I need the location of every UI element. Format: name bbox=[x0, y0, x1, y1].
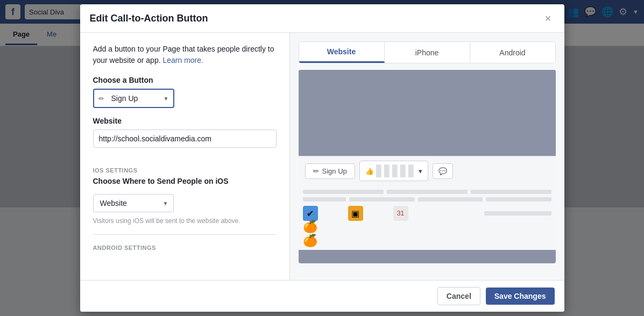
cancel-button[interactable]: Cancel bbox=[437, 287, 480, 305]
preview-fruit-icon: 🍊🍊 bbox=[303, 225, 320, 242]
preview-like-button: 👍 ▋▋▋▋▋ ▾ bbox=[359, 161, 428, 181]
modal-right-panel: Website iPhone Android ✏ Sign Up bbox=[290, 33, 564, 280]
preview-tabs: Website iPhone Android bbox=[299, 41, 556, 63]
button-type-select[interactable]: Sign Up Book Now Contact Us Use App Watc… bbox=[93, 89, 174, 108]
learn-more-link[interactable]: Learn more. bbox=[162, 56, 203, 64]
tab-android[interactable]: Android bbox=[470, 42, 555, 63]
preview-icon-orange: ▣ bbox=[348, 206, 363, 221]
website-section-label: Website bbox=[93, 117, 277, 125]
pencil-icon: ✏ bbox=[98, 95, 104, 103]
preview-icon-calendar: 31 bbox=[393, 206, 408, 221]
edit-cta-modal: Edit Call-to-Action Button × Add a butto… bbox=[80, 4, 564, 312]
android-settings-label: ANDROID SETTINGS bbox=[93, 245, 277, 251]
modal-description: Add a button to your Page that takes peo… bbox=[93, 44, 277, 66]
preview-page-content: ✔ ▣ 31 🍊🍊 bbox=[299, 185, 556, 250]
modal-overlay: Edit Call-to-Action Button × Add a butto… bbox=[0, 0, 644, 316]
modal-header: Edit Call-to-Action Button × bbox=[80, 4, 564, 33]
modal-footer: Cancel Save Changes bbox=[80, 280, 564, 312]
ios-destination-select[interactable]: Website App bbox=[93, 194, 174, 212]
website-input[interactable] bbox=[93, 130, 277, 148]
preview-icon-blue: ✔ bbox=[303, 206, 318, 221]
modal-title: Edit Call-to-Action Button bbox=[90, 13, 208, 24]
button-type-wrapper: ✏ Sign Up Book Now Contact Us Use App Wa… bbox=[93, 89, 174, 108]
tab-iphone[interactable]: iPhone bbox=[385, 42, 470, 63]
preview-signup-button: ✏ Sign Up bbox=[305, 163, 355, 179]
ios-settings-label: IOS SETTINGS bbox=[93, 167, 277, 174]
ios-send-label: Choose Where to Send People on iOS bbox=[93, 177, 277, 185]
close-button[interactable]: × bbox=[542, 12, 555, 25]
preview-cta-label: Sign Up bbox=[322, 167, 347, 175]
modal-body: Add a button to your Page that takes peo… bbox=[80, 33, 564, 280]
preview-cta-bar: ✏ Sign Up 👍 ▋▋▋▋▋ ▾ 💬 bbox=[299, 156, 556, 185]
modal-left-panel: Add a button to your Page that takes peo… bbox=[80, 33, 290, 280]
preview-cover bbox=[299, 70, 556, 156]
tab-website[interactable]: Website bbox=[299, 42, 385, 63]
ios-helper-text: Visitors using iOS will be sent to the w… bbox=[93, 217, 277, 226]
preview-pencil-icon: ✏ bbox=[313, 167, 319, 175]
ios-destination-wrapper: Website App ▼ bbox=[93, 194, 174, 212]
save-changes-button[interactable]: Save Changes bbox=[486, 288, 555, 305]
choose-button-label: Choose a Button bbox=[93, 76, 277, 84]
preview-area: ✏ Sign Up 👍 ▋▋▋▋▋ ▾ 💬 bbox=[299, 70, 556, 263]
preview-comment-button: 💬 bbox=[433, 163, 453, 179]
